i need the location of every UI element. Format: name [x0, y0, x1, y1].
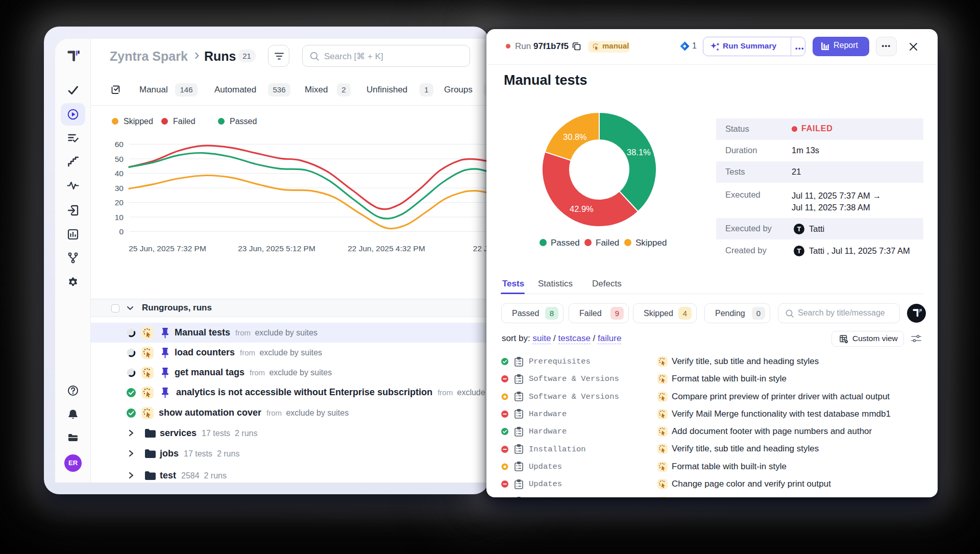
svg-text:30.8%: 30.8% [563, 132, 587, 141]
svg-text:0: 0 [119, 227, 124, 236]
svg-text:30: 30 [115, 184, 124, 192]
svg-text:60: 60 [115, 140, 124, 149]
svg-text:50: 50 [115, 155, 124, 163]
svg-text:10: 10 [115, 213, 124, 222]
svg-text:23 Jun, 2025 5:12 PM: 23 Jun, 2025 5:12 PM [238, 244, 315, 253]
svg-text:42.9%: 42.9% [570, 204, 594, 213]
svg-text:38.1%: 38.1% [627, 148, 651, 157]
svg-text:20: 20 [115, 198, 124, 207]
svg-text:22 Jun, 2025 4:32 PM: 22 Jun, 2025 4:32 PM [348, 244, 425, 253]
svg-text:40: 40 [115, 169, 124, 178]
svg-text:25 Jun, 2025 7:32 PM: 25 Jun, 2025 7:32 PM [129, 244, 206, 253]
